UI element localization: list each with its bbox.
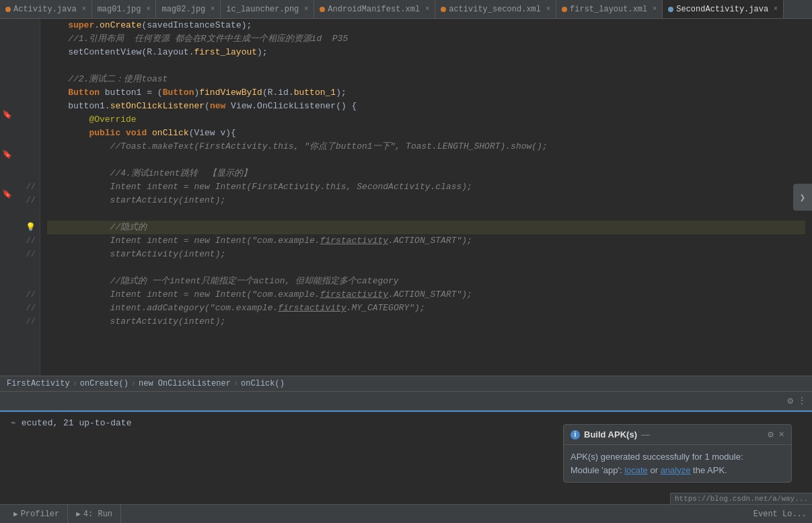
tab-activity-second-xml[interactable]: activity_second.xml × — [435, 0, 556, 19]
settings-icon[interactable]: ⚙ — [788, 395, 793, 407]
code-line-7: button1.setOnClickListener(new View.OnCl… — [47, 100, 805, 113]
code-line-5: //2.测试二：使用toast — [47, 73, 805, 86]
run-text: ecuted, 21 up-to-date — [22, 418, 132, 428]
breadcrumb-first-activity[interactable]: FirstActivity — [7, 379, 70, 388]
expand-button[interactable]: ❯ — [793, 184, 812, 211]
tab-label: Activity.java — [13, 5, 77, 14]
code-line-2: //1.引用布局 任何资源 都会在R文件中生成一个相应的资源id P35 — [47, 32, 805, 46]
popup-settings-icon[interactable]: ⚙ — [768, 429, 773, 440]
build-info-text: APK(s) generated successfully for 1 modu… — [570, 452, 743, 462]
profiler-label: Profiler — [21, 510, 60, 519]
breadcrumb-sep-1: › — [73, 379, 77, 388]
code-line-6: Button button1 = (Button)findViewById(R.… — [47, 86, 805, 100]
breadcrumb-onclick[interactable]: onClick() — [241, 379, 285, 388]
settings-bar: ⚙ ⋮ — [0, 392, 812, 411]
code-editor[interactable]: super.onCreate(savedInstanceState); //1.… — [40, 19, 812, 376]
breadcrumb-sep-3: › — [233, 379, 238, 388]
status-tab-profiler[interactable]: ▶ Profiler — [5, 505, 68, 524]
tab-label: activity_second.xml — [449, 5, 541, 14]
tab-label: SecondActivity.java — [676, 5, 768, 14]
tab-activity-java[interactable]: Activity.java × — [0, 0, 92, 19]
tab-label: ic_launcher.png — [226, 5, 299, 14]
tab-icon-first-layout — [562, 7, 567, 12]
extra-icon[interactable]: ⋮ — [797, 395, 807, 407]
tab-label: mag02.jpg — [161, 5, 205, 14]
code-line-13: Intent intent = new Intent(FirstActivity… — [47, 180, 805, 194]
breadcrumb-oncreate[interactable]: onCreate() — [80, 379, 128, 388]
status-tabs: ▶ Profiler ▶ 4: Run — [5, 505, 121, 524]
build-popup-header: i Build APK(s) — ⚙ × — [564, 425, 791, 445]
tab-close-mag02[interactable]: × — [211, 5, 215, 13]
code-line-8: @Override — [47, 113, 805, 127]
tab-close-ic-launcher[interactable]: × — [304, 5, 308, 13]
url-text: https://blog.csdn.net/a/way... — [675, 495, 808, 503]
status-bar: ▶ Profiler ▶ 4: Run Event Lo... — [0, 504, 812, 523]
tab-icon-second-xml — [441, 7, 446, 12]
build-suffix-text: the APK. — [693, 465, 727, 475]
build-popup: i Build APK(s) — ⚙ × APK(s) generated su… — [563, 424, 792, 483]
code-line-20: //隐式的 一个intent只能指定一个action, 但却能指定多个categ… — [47, 275, 805, 288]
left-icon-bookmark2[interactable]: 🔖 — [2, 149, 12, 160]
code-line-19 — [47, 261, 805, 275]
code-line-22: intent.addCategory("com.example.firstact… — [47, 302, 805, 315]
tab-label: mag01.jpg — [98, 5, 141, 14]
tab-close-second-activity[interactable]: × — [774, 5, 778, 13]
popup-close-button[interactable]: × — [779, 429, 784, 440]
run-prefix: ⌁ — [11, 418, 16, 428]
code-line-18: startActivity(intent); — [47, 248, 805, 261]
left-icon-bookmark[interactable]: 🔖 — [2, 110, 12, 120]
code-line-9: public void onClick(View v){ — [47, 127, 805, 140]
code-line-23: startActivity(intent); — [47, 315, 805, 328]
info-icon: i — [570, 430, 580, 440]
breadcrumb-sep-2: › — [131, 379, 136, 388]
tab-mag02-jpg[interactable]: mag02.jpg × — [156, 0, 221, 19]
url-bar: https://blog.csdn.net/a/way... — [670, 493, 812, 504]
code-line-12: //4.测试intent跳转 【显示的】 — [47, 167, 805, 180]
tab-icon-second-activity — [668, 7, 673, 12]
tab-android-manifest[interactable]: AndroidManifest.xml × — [314, 0, 435, 19]
tab-label: AndroidManifest.xml — [328, 5, 420, 14]
tab-bar: Activity.java × mag01.jpg × mag02.jpg × … — [0, 0, 812, 19]
tab-icon-activity-java — [5, 7, 11, 12]
event-log-label[interactable]: Event Lo... — [753, 510, 807, 519]
build-locate-link[interactable]: locate — [624, 465, 648, 475]
code-line-4 — [47, 59, 805, 73]
run-label: 4: Run — [83, 510, 112, 519]
build-analyze-link[interactable]: analyze — [661, 465, 691, 475]
line-numbers: // // 💡 // // // // // — [13, 19, 40, 376]
status-right: Event Lo... — [753, 510, 807, 519]
code-line-10: //Toast.makeText(FirstActivity.this, "你点… — [47, 140, 805, 153]
editor-area: 🔖 🔖 🔖 // // 💡 // // // // // su — [0, 19, 812, 376]
build-popup-body: APK(s) generated successfully for 1 modu… — [564, 445, 791, 482]
tab-close-manifest[interactable]: × — [425, 5, 429, 13]
run-icon: ▶ — [76, 510, 81, 518]
build-title-text: Build APK(s) — [584, 429, 637, 440]
breadcrumb-listener[interactable]: new OnClickListener — [139, 379, 231, 388]
tab-first-layout-xml[interactable]: first_layout.xml × — [556, 0, 663, 19]
tab-second-activity-java[interactable]: SecondActivity.java × — [663, 0, 784, 19]
tab-ic-launcher[interactable]: ic_launcher.png × — [221, 0, 314, 19]
build-title-dash: — — [641, 429, 650, 440]
build-or-text: or — [650, 465, 660, 475]
build-popup-title: i Build APK(s) — — [570, 429, 650, 440]
tab-close-first-layout[interactable]: × — [653, 5, 657, 13]
tab-icon-manifest — [320, 7, 325, 12]
code-line-15 — [47, 207, 805, 221]
tab-close-mag01[interactable]: × — [146, 5, 150, 13]
tab-close-second-xml[interactable]: × — [546, 5, 550, 13]
code-line-21: Intent intent = new Intent("com.example.… — [47, 288, 805, 302]
code-line-11 — [47, 153, 805, 167]
tab-label: first_layout.xml — [570, 5, 647, 14]
code-line-1: super.onCreate(savedInstanceState); — [47, 19, 805, 32]
code-line-14: startActivity(intent); — [47, 194, 805, 207]
build-module-text: Module 'app': — [570, 465, 624, 475]
status-tab-run[interactable]: ▶ 4: Run — [68, 505, 121, 524]
breadcrumb-bar: FirstActivity › onCreate() › new OnClick… — [0, 376, 812, 392]
tab-close-activity-java[interactable]: × — [82, 5, 86, 13]
profiler-icon: ▶ — [13, 510, 18, 518]
code-line-16: //隐式的 — [47, 221, 805, 234]
left-icon-bookmark3[interactable]: 🔖 — [2, 189, 12, 199]
code-line-17: Intent intent = new Intent("com.example.… — [47, 234, 805, 248]
code-line-3: setContentView(R.layout.first_layout); — [47, 46, 805, 59]
tab-mag01-jpg[interactable]: mag01.jpg × — [92, 0, 157, 19]
